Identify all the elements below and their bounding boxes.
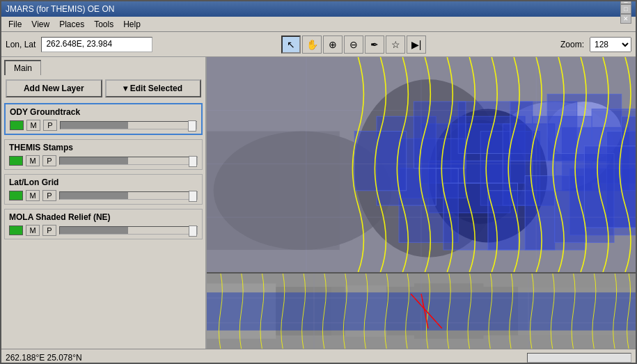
tool-group: ↖ ✋ ⊕ ⊖ ✒ ☆ ▶| [281,35,426,54]
layer-controls-mola: M P [9,225,198,236]
menu-view[interactable]: View [27,18,54,31]
layer-name-ody: ODY Groundtrack [10,107,197,117]
layer-controls-latlon: M P [9,190,198,201]
layer-p-themis[interactable]: P [42,155,56,166]
layer-color-mola[interactable] [9,225,23,235]
status-progress-bar [527,353,631,363]
title-bar: JMARS (for THEMIS) OE ON _ □ ✕ [1,1,636,17]
layer-color-themis[interactable] [9,156,23,166]
layer-p-ody[interactable]: P [43,120,57,131]
toolbar-row: Lon, Lat 262.648E, 23.984 ↖ ✋ ⊕ ⊖ ✒ ☆ ▶|… [1,32,636,57]
status-bar: 262.188°E 25.078°N [1,349,636,364]
measure-tool-button[interactable]: ✒ [365,35,384,54]
zoom-label: Zoom: [560,40,584,49]
layer-item-latlon[interactable]: Lat/Lon Grid M P [4,174,203,205]
layer-controls-ody: M P [10,120,197,131]
layer-m-mola[interactable]: M [26,225,40,236]
menu-places[interactable]: Places [55,18,88,31]
zoom-out-tool-button[interactable]: ⊖ [344,35,363,54]
layer-slider-themis[interactable] [59,157,198,165]
menu-help[interactable]: Help [119,18,145,31]
tab-main[interactable]: Main [4,60,41,75]
menu-tools[interactable]: Tools [90,18,118,31]
menu-file[interactable]: File [4,18,26,31]
left-panel: Main Add New Layer ▾ Edit Selected ODY G… [1,57,207,349]
layer-slider-latlon[interactable] [59,191,198,200]
pointer-tool-button[interactable]: ↖ [281,35,301,54]
layer-item-ody[interactable]: ODY Groundtrack M P [4,103,203,135]
tab-bar: Main [1,57,205,75]
layer-color-latlon[interactable] [9,191,23,200]
status-coords: 262.188°E 25.078°N [6,353,521,363]
main-map[interactable] [207,57,636,272]
title-text: JMARS (for THEMIS) OE ON [6,4,114,14]
layer-controls-themis: M P [9,155,198,166]
layer-m-latlon[interactable]: M [26,190,40,201]
layer-m-ody[interactable]: M [26,120,40,131]
title-controls: _ □ ✕ [620,0,631,24]
layer-name-mola: MOLA Shaded Relief (NE) [9,212,198,222]
layer-slider-ody[interactable] [60,121,197,129]
layer-m-themis[interactable]: M [26,155,40,166]
layer-item-mola[interactable]: MOLA Shaded Relief (NE) M P [4,209,203,239]
zoom-select[interactable]: 1248 163264 128256512 [590,37,631,52]
edit-selected-button[interactable]: ▾ Edit Selected [105,79,202,97]
bookmark-tool-button[interactable]: ☆ [386,35,405,54]
layer-p-latlon[interactable]: P [42,190,56,201]
main-content: Main Add New Layer ▾ Edit Selected ODY G… [1,57,636,349]
layer-name-latlon: Lat/Lon Grid [9,177,198,187]
layer-btn-row: Add New Layer ▾ Edit Selected [1,75,205,100]
coords-label: Lon, Lat [6,40,36,49]
layer-slider-mola[interactable] [59,226,198,235]
layer-color-ody[interactable] [10,120,24,130]
coords-display: 262.648E, 23.984 [41,37,152,52]
svg-rect-29 [414,102,466,168]
menu-bar: File View Places Tools Help [1,17,636,32]
close-button[interactable]: ✕ [620,14,631,24]
layer-item-themis[interactable]: THEMIS Stamps M P [4,139,203,170]
svg-rect-4 [207,132,340,250]
go-tool-button[interactable]: ▶| [407,35,426,54]
layer-p-mola[interactable]: P [42,225,56,236]
layer-name-themis: THEMIS Stamps [9,143,198,152]
add-new-layer-button[interactable]: Add New Layer [6,79,102,97]
pan-tool-button[interactable]: ✋ [302,35,322,54]
maximize-button[interactable]: □ [620,4,631,14]
mini-map[interactable] [207,272,636,349]
layer-list: ODY Groundtrack M P THEMIS Stamps M P [1,100,205,349]
map-area [207,57,636,349]
svg-rect-30 [354,132,407,191]
zoom-in-tool-button[interactable]: ⊕ [323,35,343,54]
